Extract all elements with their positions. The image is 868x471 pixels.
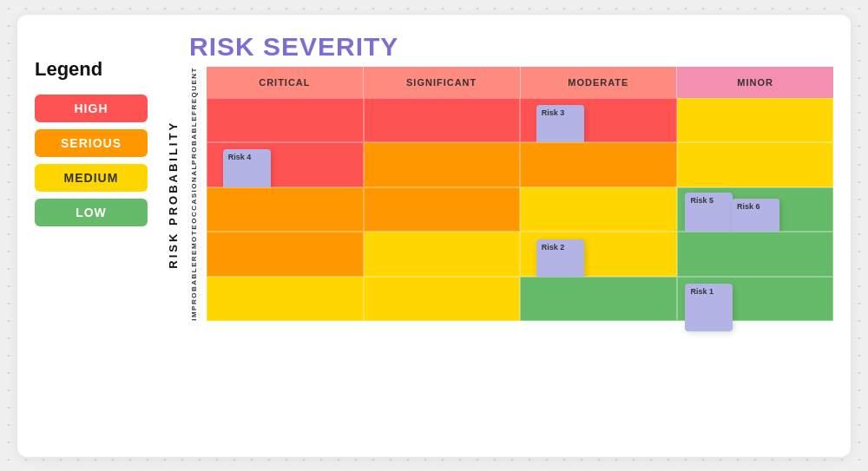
y-row-labels: FREQUENT PROBABLE OCCASIONAL REMOTE IMPR… (181, 67, 207, 322)
y-label-remote: REMOTE (181, 224, 207, 261)
cell-frequent-minor (677, 98, 834, 143)
grid-row-occasional: Risk 5 Risk 6 (207, 187, 833, 232)
cell-probable-minor (677, 142, 834, 187)
cell-remote-critical (207, 232, 364, 277)
cell-occasional-minor: Risk 5 Risk 6 (677, 187, 834, 232)
matrix-wrapper: RISK SEVERITY RISK PROBABILITY FREQUENT … (165, 32, 833, 322)
y-axis-container: RISK PROBABILITY FREQUENT PROBABLE OCCAS… (165, 67, 207, 322)
cell-probable-significant (364, 142, 521, 187)
header-minor: MINOR (676, 67, 833, 98)
cell-occasional-critical (207, 187, 364, 232)
cell-remote-significant (364, 232, 521, 277)
grid-rows: Risk 3 Risk 4 (207, 98, 833, 322)
y-axis-main-label: RISK PROBABILITY (165, 67, 181, 322)
grid-container: CRITICAL SIGNIFICANT MODERATE MINOR Risk… (207, 67, 833, 322)
cell-probable-critical: Risk 4 (207, 142, 364, 187)
risk-card-1[interactable]: Risk 1 (685, 284, 733, 331)
matrix-area: RISK PROBABILITY FREQUENT PROBABLE OCCAS… (165, 67, 833, 322)
cell-probable-moderate (520, 142, 677, 187)
cell-frequent-moderate: Risk 3 (520, 98, 677, 143)
y-label-probable: PROBABLE (181, 115, 207, 165)
y-label-occasional: OCCASIONAL (181, 164, 207, 224)
main-container: Legend HIGH SERIOUS MEDIUM LOW RISK SEVE… (17, 15, 851, 457)
cell-remote-moderate: Risk 2 (520, 232, 677, 277)
y-label-improbable: IMPROBABLE (181, 261, 207, 321)
cell-frequent-significant (364, 98, 521, 143)
header-row: CRITICAL SIGNIFICANT MODERATE MINOR (207, 67, 833, 98)
legend-title: Legend (35, 58, 148, 81)
cell-improbable-significant (364, 277, 521, 322)
cell-occasional-significant (364, 187, 521, 232)
y-label-frequent: FREQUENT (181, 67, 207, 115)
legend-medium: MEDIUM (35, 164, 148, 192)
header-critical: CRITICAL (207, 67, 363, 98)
header-significant: SIGNIFICANT (363, 67, 520, 98)
legend-serious: SERIOUS (35, 129, 148, 157)
grid-row-probable: Risk 4 (207, 142, 833, 187)
cell-improbable-critical (207, 277, 364, 322)
header-moderate: MODERATE (520, 67, 677, 98)
grid-row-remote: Risk 2 (207, 232, 833, 277)
matrix-title: RISK SEVERITY (165, 32, 833, 62)
cell-occasional-moderate (520, 187, 677, 232)
grid-row-frequent: Risk 3 (207, 98, 833, 143)
cell-remote-minor (677, 232, 834, 277)
legend-panel: Legend HIGH SERIOUS MEDIUM LOW (35, 32, 148, 226)
cell-improbable-minor: Risk 1 (677, 277, 834, 322)
grid-row-improbable: Risk 1 (207, 277, 833, 322)
cell-frequent-critical (207, 98, 364, 143)
legend-high: HIGH (35, 95, 148, 122)
cell-improbable-moderate (520, 277, 677, 322)
legend-low: LOW (35, 199, 148, 226)
